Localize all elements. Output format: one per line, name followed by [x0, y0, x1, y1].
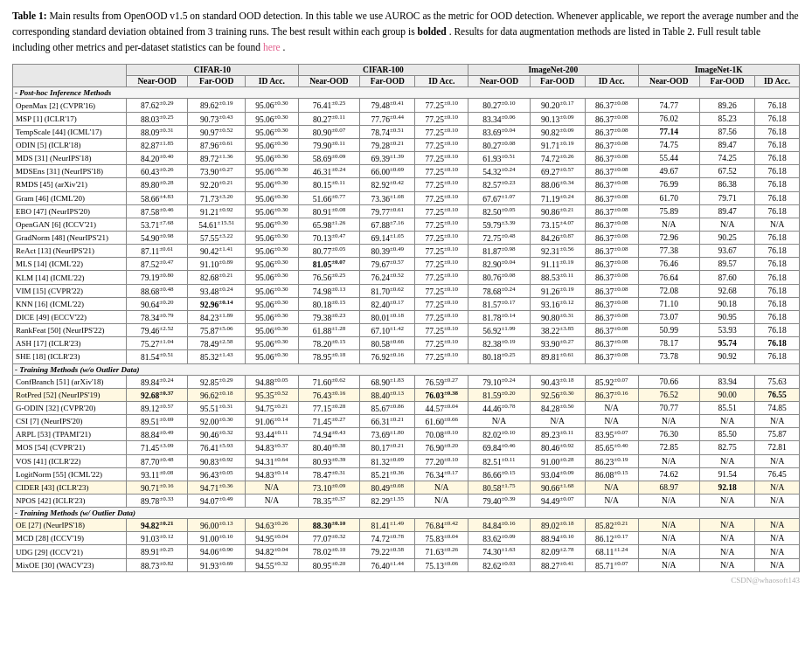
data-cell: 53.93 [700, 324, 755, 337]
method-cell: ConfBranch [51] (arXiv'18) [13, 375, 127, 388]
data-cell: 71.63±0.26 [415, 545, 468, 558]
method-cell: OpenGAN [6] (ICCV'21) [13, 218, 127, 231]
table-row: RMDS [45] (arXiv'21)89.80±0.2892.20±0.21… [13, 178, 800, 191]
table-row: KLM [14] (ICML'22)79.19±0.8082.68±0.2195… [13, 271, 800, 284]
data-cell: 74.77 [638, 99, 699, 112]
data-cell: 81.54±0.51 [127, 350, 188, 363]
data-cell: 93.44±0.11 [245, 428, 298, 441]
data-cell: 78.17 [638, 337, 699, 350]
data-cell: 87.96±0.61 [188, 138, 246, 151]
data-cell: 74.72±0.78 [360, 532, 415, 545]
data-cell: 92.00±0.30 [188, 415, 246, 428]
data-cell: 79.38±0.23 [298, 310, 359, 323]
data-cell: 83.95±0.07 [585, 428, 638, 441]
data-cell: 94.63±0.26 [245, 519, 298, 532]
data-cell: 93.67 [700, 245, 755, 258]
data-cell: 80.15±0.11 [298, 178, 359, 191]
data-cell: N/A [638, 545, 699, 558]
method-col-header [13, 65, 127, 87]
data-cell: 76.84±0.42 [415, 519, 468, 532]
data-cell: 76.99 [638, 178, 699, 191]
data-cell: N/A [700, 545, 755, 558]
data-cell: 77.25±0.10 [415, 284, 468, 297]
data-cell: 87.62±0.29 [127, 99, 188, 112]
data-cell: 94.82±0.21 [127, 519, 188, 532]
data-cell: 90.86±0.21 [530, 204, 585, 218]
data-cell: 76.18 [755, 138, 800, 151]
data-cell: 95.06±0.30 [245, 99, 298, 112]
data-cell: N/A [755, 519, 800, 532]
data-cell: 91.06±0.14 [245, 415, 298, 428]
data-cell: 77.25±0.10 [415, 191, 468, 204]
data-cell: 89.78±0.33 [127, 494, 188, 507]
data-cell: 95.06±0.30 [245, 271, 298, 284]
table-row: MDS [31] (NeurIPS'18)84.20±0.4089.72±1.3… [13, 152, 800, 165]
data-cell: 73.36±1.08 [360, 191, 415, 204]
c100-id-acc: ID Acc. [415, 76, 468, 87]
table-row: UDG [29] (ICCV'21)89.91±0.2594.06±0.9094… [13, 545, 800, 558]
data-cell: N/A [585, 401, 638, 414]
c10-id-acc: ID Acc. [245, 76, 298, 87]
data-cell: 61.88±1.28 [298, 324, 359, 337]
data-cell: 94.83±0.37 [245, 441, 298, 454]
table-row: OE [27] (NeurIPS'18)94.82±0.2196.00±0.13… [13, 519, 800, 532]
data-cell: 77.25±0.10 [415, 138, 468, 151]
data-cell: N/A [755, 494, 800, 507]
data-cell: 80.91±0.08 [298, 204, 359, 218]
method-cell: Gram [46] (ICML'20) [13, 191, 127, 204]
data-cell: 82.50±0.05 [468, 204, 530, 218]
data-cell: 89.57 [700, 258, 755, 271]
data-cell: 90.83±0.92 [188, 454, 246, 467]
data-cell: 91.26±0.19 [530, 284, 585, 297]
data-cell: 76.41±5.93 [188, 441, 246, 454]
data-cell: 75.63 [755, 375, 800, 388]
method-cell: DICE [49] (ECCV'22) [13, 310, 127, 323]
data-cell: 58.66±4.83 [127, 191, 188, 204]
data-cell: 85.82±0.21 [585, 519, 638, 532]
data-cell: N/A [700, 415, 755, 428]
data-cell: 53.71±7.68 [127, 218, 188, 231]
data-cell: 90.92 [700, 350, 755, 363]
section-header-row: - Training Methods (w/o Outlier Data) [13, 363, 800, 375]
data-cell: 76.18 [755, 191, 800, 204]
data-cell: 82.29±1.55 [360, 494, 415, 507]
data-cell: 95.35±0.52 [245, 388, 298, 401]
method-cell: VIM [15] (CVPR'22) [13, 284, 127, 297]
data-cell: 81.70±0.62 [360, 284, 415, 297]
in1k-id-acc: ID Acc. [755, 76, 800, 87]
data-cell: 80.58±0.66 [360, 337, 415, 350]
data-cell: 88.27±0.41 [530, 558, 585, 571]
data-cell: 94.55±0.32 [245, 558, 298, 571]
data-cell: 80.18±0.25 [468, 350, 530, 363]
data-cell: 79.77±0.61 [360, 204, 415, 218]
data-cell: 76.18 [755, 297, 800, 310]
data-cell: 94.82±0.04 [245, 545, 298, 558]
data-cell: 91.10±0.89 [188, 258, 246, 271]
data-cell: 92.96±0.14 [188, 297, 246, 310]
data-cell: 54.32±0.24 [468, 165, 530, 178]
data-cell: 85.50 [700, 428, 755, 441]
data-cell: 86.37±0.08 [585, 258, 638, 271]
method-cell: MDS [31] (NeurIPS'18) [13, 152, 127, 165]
data-cell: 76.34±0.17 [415, 467, 468, 481]
data-cell: 74.85 [755, 401, 800, 414]
data-cell: 85.65±0.40 [585, 441, 638, 454]
in1k-near-ood: Near-OOD [638, 76, 699, 87]
data-cell: 86.37±0.08 [585, 191, 638, 204]
data-cell: 91.03±0.12 [127, 532, 188, 545]
data-cell: 81.32±0.09 [360, 454, 415, 467]
data-cell: 96.43±0.05 [188, 467, 246, 481]
data-cell: 82.09±2.78 [530, 545, 585, 558]
data-cell: 79.46±2.52 [127, 324, 188, 337]
caption-link[interactable]: here [263, 42, 281, 52]
method-cell: ReAct [13] (NeurIPS'21) [13, 245, 127, 258]
data-cell: 89.62±0.19 [188, 99, 246, 112]
data-cell: 79.28±0.21 [360, 138, 415, 151]
data-cell: 86.37±0.08 [585, 112, 638, 125]
data-cell: 74.72±0.26 [530, 152, 585, 165]
table-row: KNN [16] (ICML'22)90.64±0.2092.96±0.1495… [13, 297, 800, 310]
method-cell: KNN [16] (ICML'22) [13, 297, 127, 310]
data-cell: 72.81 [755, 441, 800, 454]
data-cell: 84.26±0.87 [530, 232, 585, 245]
data-cell: 77.25±0.10 [415, 245, 468, 258]
